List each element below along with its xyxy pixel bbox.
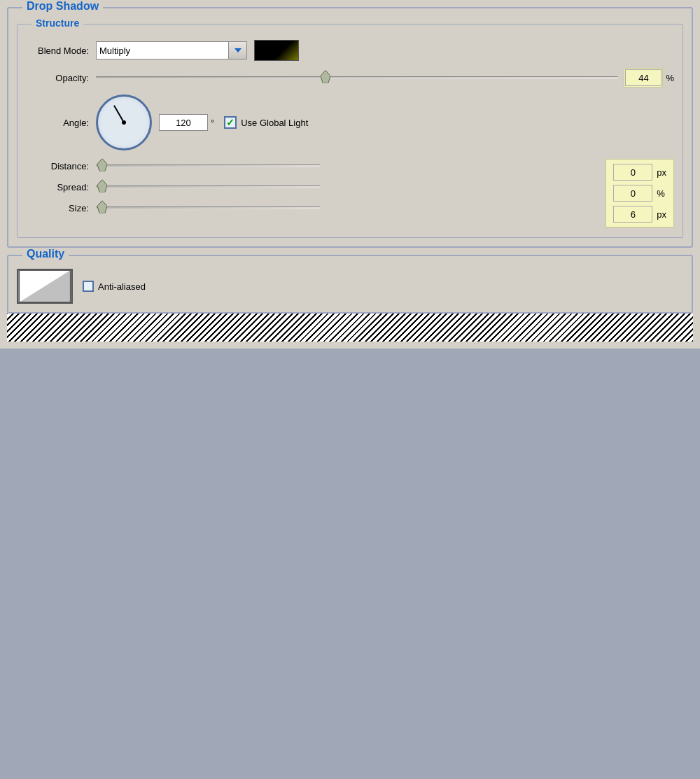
- global-light-checkbox[interactable]: ✓: [224, 116, 237, 129]
- blend-mode-select[interactable]: Multiply: [96, 41, 229, 59]
- svg-marker-0: [321, 71, 330, 83]
- distance-input-row: px: [613, 164, 666, 181]
- opacity-slider-track[interactable]: [96, 76, 618, 79]
- anti-alias-checkbox[interactable]: [83, 281, 94, 292]
- distance-slider-thumb[interactable]: [97, 159, 107, 174]
- structure-title: Structure: [31, 17, 83, 29]
- opacity-input[interactable]: [625, 69, 662, 86]
- angle-input[interactable]: [159, 114, 208, 131]
- blend-mode-dropdown-btn[interactable]: [229, 41, 247, 59]
- angle-row: Angle: ° ✓ Use Global Light: [26, 94, 674, 150]
- blend-mode-label: Blend Mode:: [26, 45, 89, 56]
- structure-section: Structure Blend Mode: Multiply Opacity:: [17, 24, 683, 238]
- size-input-row: px: [613, 206, 666, 223]
- distance-unit: px: [657, 167, 666, 178]
- distance-row: Distance:: [26, 159, 600, 173]
- dial-center: [122, 120, 126, 125]
- drop-shadow-section: Drop Shadow Structure Blend Mode: Multip…: [7, 7, 693, 248]
- size-slider-thumb[interactable]: [97, 201, 107, 216]
- anti-aliased-wrapper[interactable]: Anti-aliased: [83, 281, 146, 292]
- distance-slider-track[interactable]: [96, 164, 320, 167]
- quality-content-row: Anti-aliased: [17, 269, 683, 304]
- svg-marker-2: [97, 180, 107, 192]
- dropdown-arrow-icon: [234, 48, 241, 52]
- color-swatch[interactable]: [254, 40, 299, 61]
- angle-label: Angle:: [26, 118, 89, 128]
- spread-slider-track[interactable]: [96, 185, 320, 188]
- global-light-checkbox-wrapper[interactable]: ✓ Use Global Light: [224, 116, 308, 129]
- contour-preview[interactable]: [17, 269, 73, 304]
- sliders-left: Distance: Spread:: [26, 159, 600, 215]
- opacity-slider-thumb[interactable]: [321, 71, 330, 85]
- opacity-row: Opacity: %: [26, 68, 674, 87]
- quality-title: Quality: [22, 248, 69, 260]
- spread-row: Spread:: [26, 180, 600, 194]
- size-input[interactable]: [613, 206, 652, 223]
- distance-label: Distance:: [26, 161, 89, 171]
- hatch-border: [7, 314, 693, 342]
- spread-input[interactable]: [613, 185, 652, 202]
- spread-label: Spread:: [26, 182, 89, 192]
- quality-section: Quality Anti-aliased: [7, 255, 693, 314]
- size-label: Size:: [26, 203, 89, 213]
- angle-dial[interactable]: [96, 94, 152, 150]
- size-row: Size:: [26, 201, 600, 215]
- drop-shadow-title: Drop Shadow: [22, 0, 103, 13]
- bottom-area: [0, 349, 700, 615]
- checkmark-icon: ✓: [226, 118, 234, 127]
- blend-select-wrapper: Multiply: [96, 41, 247, 59]
- anti-aliased-label: Anti-aliased: [98, 281, 146, 292]
- svg-marker-3: [97, 201, 107, 213]
- value-inputs-group: px % px: [606, 159, 674, 227]
- angle-unit: °: [211, 118, 214, 128]
- spread-slider-thumb[interactable]: [97, 180, 107, 195]
- opacity-label: Opacity:: [26, 73, 89, 83]
- global-light-label: Use Global Light: [241, 118, 308, 128]
- spread-unit: %: [657, 188, 665, 199]
- dst-spr-siz-group: Distance: Spread:: [26, 159, 674, 227]
- opacity-unit: %: [666, 73, 674, 83]
- blend-mode-row: Blend Mode: Multiply: [26, 40, 674, 61]
- svg-marker-1: [97, 159, 107, 171]
- size-unit: px: [657, 209, 666, 220]
- size-slider-track[interactable]: [96, 206, 320, 209]
- distance-input[interactable]: [613, 164, 652, 181]
- spread-input-row: %: [613, 185, 666, 202]
